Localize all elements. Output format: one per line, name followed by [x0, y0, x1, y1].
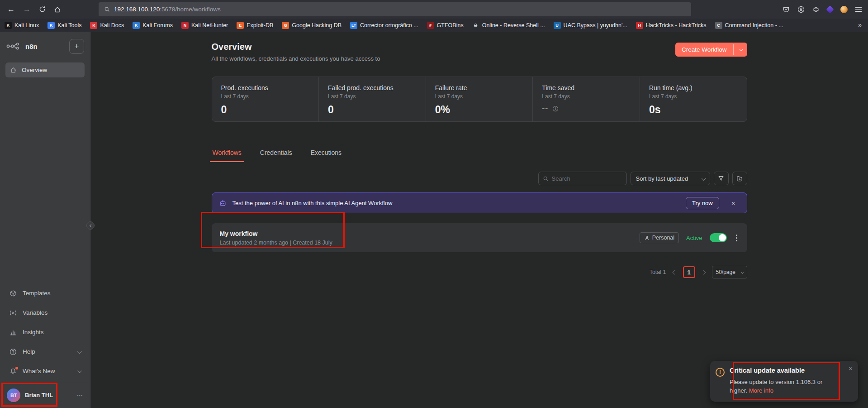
- sidebar-item-overview[interactable]: Overview: [5, 62, 85, 77]
- robot-icon: [219, 199, 227, 207]
- user-name: Brian THL: [25, 392, 53, 398]
- tab[interactable]: Credentials: [259, 149, 293, 162]
- info-icon[interactable]: [552, 106, 559, 112]
- bookmark-label: GTFOBins: [437, 22, 464, 29]
- sort-label: Sort by last updated: [636, 175, 688, 182]
- sort-select[interactable]: Sort by last updated: [631, 172, 710, 185]
- personal-badge[interactable]: Personal: [640, 232, 679, 243]
- stat-subtitle: Last 7 days: [542, 93, 631, 100]
- close-icon[interactable]: ×: [849, 365, 853, 372]
- bookmark-favicon: G: [282, 22, 289, 29]
- pocket-icon[interactable]: [783, 6, 790, 13]
- bookmark-favicon: LT: [350, 22, 357, 29]
- more-options-icon[interactable]: [736, 237, 737, 239]
- close-icon[interactable]: ×: [731, 200, 735, 206]
- bookmark-item[interactable]: C Command Injection - ...: [715, 22, 783, 29]
- stat-subtitle: Last 7 days: [435, 93, 524, 100]
- bell-icon: [9, 368, 17, 375]
- brand-name: n8n: [25, 43, 38, 50]
- stat-value: 0%: [435, 104, 524, 116]
- sidebar-item-label: What's New: [23, 368, 55, 374]
- bookmarks-overflow-icon[interactable]: »: [858, 21, 864, 29]
- sidebar: n8n + Overview Templates: [0, 32, 90, 408]
- bookmark-item[interactable]: ☠ Online - Reverse Shell ...: [472, 22, 545, 29]
- url-bar[interactable]: 192.168.100.120:5678/home/workflows: [99, 2, 691, 16]
- bookmark-item[interactable]: K Kali Linux: [5, 22, 39, 29]
- sidebar-item-templates[interactable]: Templates: [0, 283, 90, 303]
- sidebar-item-label: Templates: [23, 290, 51, 297]
- prev-page-icon[interactable]: [672, 271, 677, 274]
- forward-icon[interactable]: →: [23, 5, 31, 13]
- active-toggle[interactable]: [710, 233, 727, 242]
- new-folder-button[interactable]: [732, 172, 747, 185]
- filter-icon: [718, 175, 724, 182]
- variable-icon: [9, 309, 17, 317]
- toast-body-text: Please update to version 1.106.3 or high…: [730, 379, 822, 394]
- extensions-icon[interactable]: [812, 6, 820, 13]
- bookmark-favicon: ☠: [472, 22, 479, 29]
- tab[interactable]: Executions: [310, 149, 342, 162]
- badge-label: Personal: [652, 235, 674, 241]
- extension-diamond-icon[interactable]: [826, 5, 834, 13]
- stat-card: Time saved Last 7 days --: [532, 77, 640, 121]
- bookmark-item[interactable]: G Google Hacking DB: [282, 22, 342, 29]
- extension-kali-icon[interactable]: [840, 6, 848, 13]
- stat-title: Time saved: [542, 84, 631, 91]
- back-icon[interactable]: ←: [7, 5, 15, 13]
- person-icon: [644, 235, 650, 240]
- bookmark-label: Online - Reverse Shell ...: [482, 22, 545, 29]
- bookmark-item[interactable]: N Kali NetHunter: [181, 22, 228, 29]
- sidebar-item-insights[interactable]: Insights: [0, 322, 90, 342]
- toast-title: Critical update available: [730, 367, 841, 374]
- menu-icon[interactable]: [855, 7, 862, 12]
- chevron-down-icon: [77, 348, 81, 355]
- chevron-down-icon[interactable]: [734, 43, 747, 57]
- next-page-icon[interactable]: [701, 271, 706, 274]
- page-number-button[interactable]: 1: [683, 266, 695, 278]
- sidebar-collapse-button[interactable]: [86, 221, 95, 230]
- stat-subtitle: Last 7 days: [328, 93, 417, 100]
- bookmark-label: Kali Linux: [14, 22, 39, 29]
- bookmark-item[interactable]: K Kali Forums: [133, 22, 173, 29]
- home-icon: [10, 67, 17, 73]
- bookmark-label: Exploit-DB: [247, 22, 273, 29]
- reload-icon[interactable]: [39, 6, 46, 13]
- sidebar-item-help[interactable]: Help: [0, 342, 90, 361]
- user-options-icon[interactable]: •••: [77, 394, 83, 397]
- bookmark-label: Google Hacking DB: [292, 22, 342, 29]
- search-input[interactable]: [552, 175, 622, 182]
- avatar: BT: [7, 389, 20, 402]
- bookmark-item[interactable]: K Kali Docs: [90, 22, 124, 29]
- workflow-title: My workflow: [220, 230, 332, 237]
- add-workflow-button[interactable]: +: [69, 39, 84, 54]
- sidebar-item-variables[interactable]: Variables: [0, 303, 90, 322]
- tab[interactable]: Workflows: [212, 149, 242, 162]
- stats-row: Prod. executions Last 7 days 0 Faile: [212, 77, 747, 122]
- notification-dot: [15, 367, 18, 370]
- bookmark-label: Corrector ortográfico ...: [360, 22, 418, 29]
- more-info-link[interactable]: More info: [749, 387, 773, 394]
- try-now-button[interactable]: Try now: [686, 197, 719, 209]
- stat-card: Prod. executions Last 7 days 0: [212, 77, 319, 121]
- bookmark-item[interactable]: # GTFOBins: [427, 22, 464, 29]
- sidebar-item-whats-new[interactable]: What's New: [0, 361, 90, 381]
- workflow-card[interactable]: My workflow Last updated 2 months ago | …: [212, 223, 747, 252]
- filter-button[interactable]: [714, 172, 729, 185]
- workflow-meta: Last updated 2 months ago | Created 18 J…: [220, 240, 332, 246]
- search-field[interactable]: [538, 172, 627, 185]
- bookmark-item[interactable]: K Kali Tools: [47, 22, 81, 29]
- bookmark-item[interactable]: E Exploit-DB: [237, 22, 273, 29]
- account-icon[interactable]: [797, 6, 805, 13]
- stat-value: --: [542, 104, 631, 113]
- user-menu[interactable]: BT Brian THL •••: [0, 382, 90, 408]
- create-workflow-button[interactable]: Create Workflow: [675, 43, 747, 57]
- home-icon[interactable]: [54, 6, 61, 13]
- bookmark-label: HackTricks - HackTricks: [646, 22, 707, 29]
- bookmark-item[interactable]: H HackTricks - HackTricks: [636, 22, 707, 29]
- bookmark-item[interactable]: LT Corrector ortográfico ...: [350, 22, 418, 29]
- bookmark-item[interactable]: U UAC Bypass | yuyudhn'...: [554, 22, 627, 29]
- banner-text: Test the power of AI in n8n with this si…: [232, 200, 393, 206]
- chevron-down-icon: [702, 175, 705, 182]
- page-size-select[interactable]: 50/page: [712, 266, 747, 278]
- bookmark-label: UAC Bypass | yuyudhn'...: [564, 22, 627, 29]
